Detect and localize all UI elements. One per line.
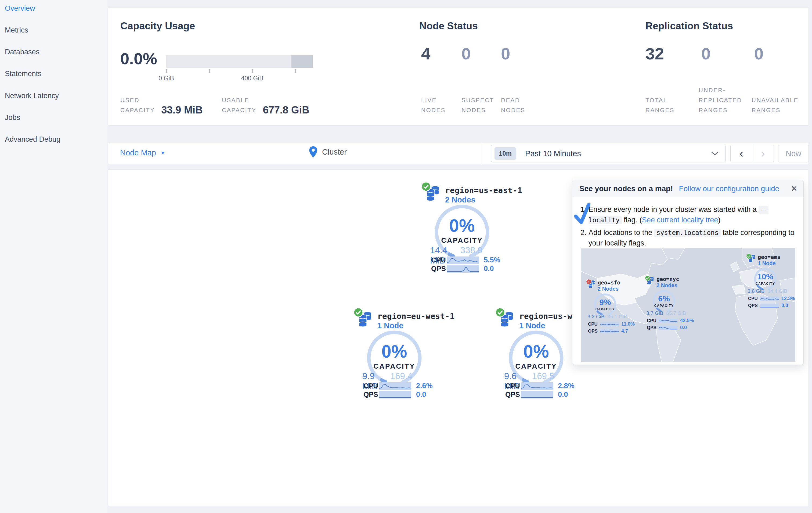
axis-tick-label: 400 GiB xyxy=(236,75,268,82)
capacity-label: CAPACITY xyxy=(506,362,566,371)
map-node-name: geo=ams xyxy=(758,254,780,260)
used-value: 3.7 GiB xyxy=(646,310,663,316)
cpu-value: 2.8% xyxy=(558,382,575,390)
sidebar-item-metrics[interactable]: Metrics xyxy=(5,26,28,34)
healthy-check-icon xyxy=(421,182,431,192)
total-value: 65.7 GiB xyxy=(666,310,686,316)
time-back-button[interactable]: ‹ xyxy=(731,145,752,162)
region-card-eu-west-1: region=eu-west-1 1 Node 0% CAPACITY 9.9 … xyxy=(354,309,438,416)
total-ranges-count: 32 xyxy=(645,45,664,62)
cpu-sparkline xyxy=(600,322,618,326)
breadcrumb-label: Cluster xyxy=(322,147,347,157)
capacity-percent: 10% xyxy=(752,272,778,281)
sidebar-item-overview[interactable]: Overview xyxy=(5,4,35,12)
cpu-sparkline xyxy=(379,382,411,390)
axis-tick xyxy=(209,69,210,73)
map-node-name: geo=nyc xyxy=(657,276,679,282)
sidebar-item-network-latency[interactable]: Network Latency xyxy=(5,92,59,100)
qps-sparkline xyxy=(447,265,479,273)
capacity-label: CAPACITY xyxy=(432,236,492,245)
map-node-nyc: geo=nyc 2 Nodes 6% CAPACITY 3.7 GiB 65.7… xyxy=(645,275,704,340)
error-badge-icon: ! xyxy=(586,279,592,285)
time-forward-button[interactable]: › xyxy=(752,145,774,162)
time-range-badge: 10m xyxy=(494,147,516,160)
cpu-label: CPU xyxy=(647,318,659,323)
capacity-percent: 0% xyxy=(365,341,424,361)
region-card-us-east-1: region=us-east-1 2 Nodes 0% CAPACITY 14.… xyxy=(422,183,505,291)
live-nodes-count: 4 xyxy=(421,45,430,62)
step-text: ) xyxy=(718,216,720,224)
view-mode-label: Node Map xyxy=(120,148,156,157)
configuration-step: Add locations to the system.locations ta… xyxy=(588,227,795,248)
code-chip: system.locations xyxy=(654,229,721,237)
locality-tree-link[interactable]: See current locality tree xyxy=(642,216,718,224)
usable-capacity-stat: USABLE CAPACITY 677.8 GiB xyxy=(222,95,310,115)
qps-value: 0.0 xyxy=(781,303,788,308)
popup-header: See your nodes on a map! Follow our conf… xyxy=(572,180,804,197)
node-status-title: Node Status xyxy=(419,21,478,32)
cpu-label: CPU xyxy=(748,296,760,301)
healthy-check-icon xyxy=(746,253,752,259)
axis-tick xyxy=(252,69,253,73)
capacity-percent: 0% xyxy=(506,341,566,361)
cpu-label: CPU xyxy=(588,322,600,327)
total-value: 34.4 GiB xyxy=(767,288,787,294)
used-capacity-value: 33.9 MiB xyxy=(161,104,203,116)
qps-sparkline xyxy=(521,391,553,399)
sidebar-item-statements[interactable]: Statements xyxy=(5,70,41,78)
healthy-check-icon xyxy=(495,307,505,318)
qps-sparkline xyxy=(760,303,779,308)
configuration-steps: Ensure every node in your cluster was st… xyxy=(588,204,795,248)
caret-down-icon: ▼ xyxy=(161,150,166,156)
breadcrumb[interactable]: Cluster xyxy=(309,146,347,158)
view-mode-dropdown[interactable]: Node Map ▼ xyxy=(120,148,166,157)
capacity-percent: 9% xyxy=(592,298,618,307)
qps-label: QPS xyxy=(505,390,521,399)
used-value: 3.2 GiB xyxy=(587,314,604,320)
region-card-us-west-1: region=us-west-1 1 Node 0% CAPACITY 9.6 … xyxy=(496,309,579,416)
qps-sparkline xyxy=(379,391,411,399)
map-node-count: 1 Node xyxy=(758,260,776,266)
capacity-label: CAPACITY xyxy=(365,362,424,371)
cpu-value: 12.3% xyxy=(781,296,795,301)
unavailable-ranges-count: 0 xyxy=(754,45,763,62)
nodes-map-guide-popup: See your nodes on a map! Follow our conf… xyxy=(572,180,804,365)
cpu-label: CPU xyxy=(364,382,379,390)
capacity-label: CAPACITY xyxy=(592,307,618,311)
qps-sparkline xyxy=(600,329,618,333)
used-capacity-label: USED CAPACITY xyxy=(120,95,155,115)
chevron-down-icon xyxy=(711,152,718,156)
time-range-dropdown[interactable]: 10m Past 10 Minutes xyxy=(491,145,726,162)
sidebar-item-databases[interactable]: Databases xyxy=(5,48,39,56)
close-icon[interactable]: ✕ xyxy=(791,184,798,193)
capacity-usage-bar xyxy=(166,55,313,68)
sidebar-item-advanced-debug[interactable]: Advanced Debug xyxy=(5,135,60,143)
qps-value: 0.0 xyxy=(558,390,568,399)
axis-tick xyxy=(166,69,167,73)
qps-value: 0.0 xyxy=(680,325,687,330)
total-ranges-label: TOTAL RANGES xyxy=(645,95,674,115)
map-node-ams: geo=ams 1 Node 10% CAPACITY 3.6 GiB 34.4… xyxy=(746,253,795,318)
map-pin-icon xyxy=(309,146,317,158)
cluster-summary-panel: Capacity Usage 0.0% 0 GiB 400 GiB USED C… xyxy=(108,7,809,126)
cpu-value: 11.0% xyxy=(621,321,635,327)
cpu-sparkline xyxy=(659,319,677,323)
map-node-name: geo=sfo xyxy=(598,279,620,286)
sidebar-item-jobs[interactable]: Jobs xyxy=(5,113,20,122)
capacity-used-percent: 0.0% xyxy=(120,51,157,67)
capacity-label: CAPACITY xyxy=(752,282,778,286)
now-button[interactable]: Now xyxy=(778,145,809,162)
total-value: 35.1 GiB xyxy=(607,314,627,320)
region-name: region=eu-west-1 xyxy=(377,312,455,321)
node-map-panel: region=us-east-1 2 Nodes 0% CAPACITY 14.… xyxy=(108,169,809,506)
qps-label: QPS xyxy=(588,329,600,334)
cpu-label: CPU xyxy=(505,382,521,390)
configuration-guide-link[interactable]: Follow our configuration guide xyxy=(679,184,780,193)
map-node-count: 2 Nodes xyxy=(598,286,618,292)
qps-label: QPS xyxy=(364,390,379,399)
used-capacity-stat: USED CAPACITY 33.9 MiB xyxy=(120,95,203,115)
map-node-count: 2 Nodes xyxy=(657,282,677,289)
map-node-sfo: ! geo=sfo 2 Nodes 9% CAPACITY 3.2 GiB xyxy=(586,279,645,343)
suspect-nodes-label: SUSPECT NODES xyxy=(461,95,494,115)
cpu-label: CPU xyxy=(431,256,447,264)
